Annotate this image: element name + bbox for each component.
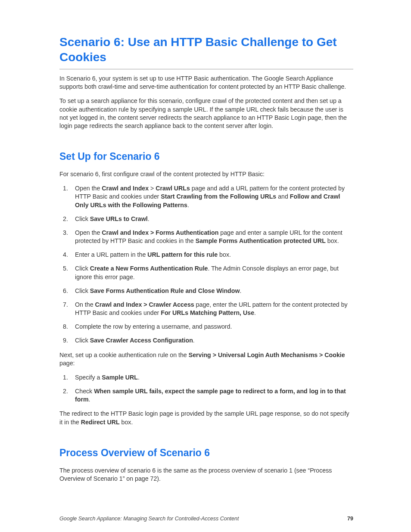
setup-steps-list: Open the Crawl and Index > Crawl URLs pa… — [59, 184, 353, 345]
list-item: On the Crawl and Index > Crawler Access … — [75, 301, 353, 317]
page-footer: Google Search Appliance: Managing Search… — [59, 516, 353, 522]
redirect-note: The redirect to the HTTP Basic login pag… — [59, 410, 353, 426]
list-item: Click Save Forms Authentication Rule and… — [75, 287, 353, 295]
section-heading-process: Process Overview of Scenario 6 — [59, 447, 353, 459]
setup-intro: For scenario 6, first configure crawl of… — [59, 170, 353, 178]
main-heading: Scenario 6: Use an HTTP Basic Challenge … — [59, 34, 353, 69]
list-item: Click Save URLs to Crawl. — [75, 215, 353, 223]
cookie-auth-intro: Next, set up a cookie authentication rul… — [59, 351, 353, 367]
intro-paragraph-1: In Scenario 6, your system is set up to … — [59, 75, 353, 91]
list-item: Enter a URL pattern in the URL pattern f… — [75, 251, 353, 259]
list-item: Open the Crawl and Index > Crawl URLs pa… — [75, 184, 353, 209]
intro-paragraph-2: To set up a search appliance for this sc… — [59, 97, 353, 130]
list-item: Complete the row by entering a username,… — [75, 323, 353, 331]
page-content: Scenario 6: Use an HTTP Basic Challenge … — [0, 0, 411, 483]
list-item: Open the Crawl and Index > Forms Authent… — [75, 229, 353, 245]
list-item: Click Save Crawler Access Configuration. — [75, 336, 353, 345]
section-heading-setup: Set Up for Scenario 6 — [59, 151, 353, 162]
process-overview-paragraph: The process overview of scenario 6 is th… — [59, 467, 353, 483]
footer-doc-title: Google Search Appliance: Managing Search… — [59, 516, 239, 522]
list-item: Specify a Sample URL. — [75, 373, 353, 382]
footer-page-number: 79 — [347, 516, 353, 522]
list-item: Click Create a New Forms Authentication … — [75, 264, 353, 281]
cookie-auth-steps-list: Specify a Sample URL. Check When sample … — [59, 373, 353, 404]
list-item: Check When sample URL fails, expect the … — [75, 387, 353, 404]
